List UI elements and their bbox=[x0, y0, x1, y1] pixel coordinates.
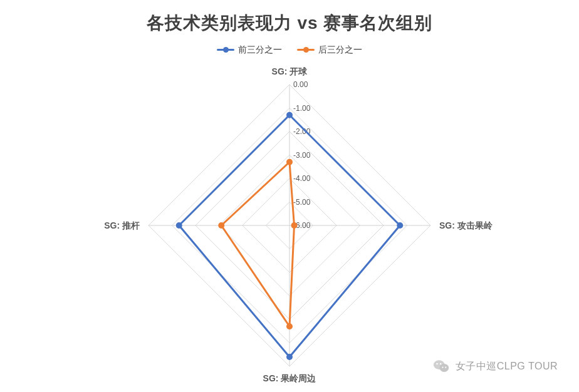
chart-container: 各技术类别表现力 vs 赛事名次组别 前三分之一 后三分之一 0.00-1.00… bbox=[0, 0, 579, 392]
tick-label: -5.00 bbox=[293, 198, 311, 207]
tick-label: -3.00 bbox=[293, 151, 311, 160]
series-marker-2 bbox=[218, 222, 224, 229]
radar-plot: 0.00-1.00-2.00-3.00-4.00-5.00-6.00SG: 开球… bbox=[0, 0, 579, 392]
series-marker-2 bbox=[286, 323, 293, 329]
watermark-text: 女子中巡CLPG TOUR bbox=[456, 360, 558, 373]
svg-point-5 bbox=[445, 367, 446, 368]
svg-point-1 bbox=[439, 364, 449, 372]
series-marker-2 bbox=[286, 159, 293, 165]
series-marker-1 bbox=[176, 222, 182, 229]
series-marker-1 bbox=[286, 354, 293, 360]
svg-point-4 bbox=[442, 367, 443, 368]
tick-label: -4.00 bbox=[293, 174, 311, 183]
axis-label: SG: 攻击果岭 bbox=[439, 220, 493, 230]
series-marker-1 bbox=[286, 112, 293, 118]
svg-point-3 bbox=[440, 363, 442, 365]
svg-point-2 bbox=[436, 363, 438, 365]
tick-label: 0.00 bbox=[293, 80, 308, 89]
axis-label: SG: 果岭周边 bbox=[263, 373, 317, 383]
axis-label: SG: 推杆 bbox=[104, 220, 140, 230]
tick-label: -1.00 bbox=[293, 104, 311, 113]
series-marker-2 bbox=[291, 222, 298, 229]
wechat-icon bbox=[433, 358, 449, 374]
axis-label: SG: 开球 bbox=[272, 66, 308, 76]
series-marker-1 bbox=[397, 222, 403, 229]
watermark: 女子中巡CLPG TOUR bbox=[433, 358, 558, 374]
